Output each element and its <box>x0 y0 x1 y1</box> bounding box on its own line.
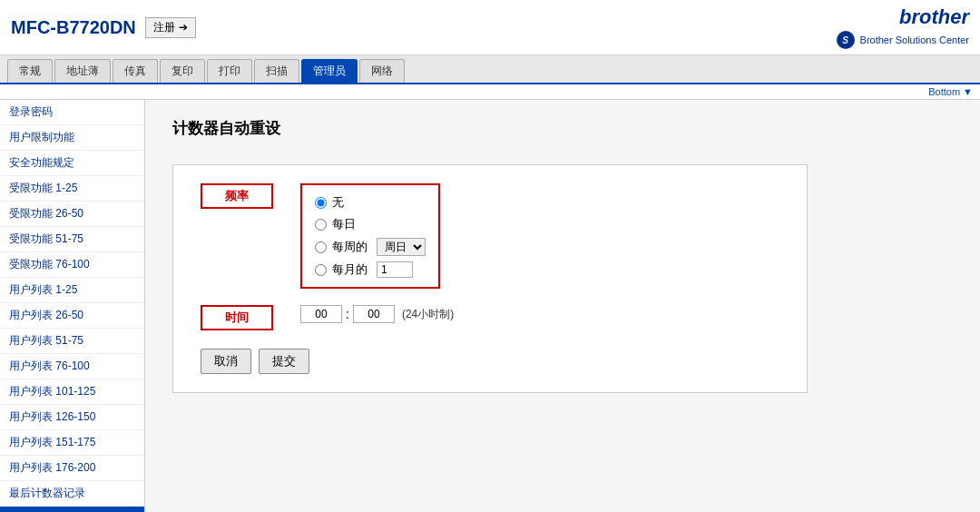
sidebar-item-user-list-126-150[interactable]: 用户列表 126-150 <box>0 405 144 430</box>
button-row: 取消 提交 <box>201 349 779 374</box>
sidebar-item-restrict-51-75[interactable]: 受限功能 51-75 <box>0 227 144 252</box>
solutions-icon: S <box>837 31 855 49</box>
sidebar: 登录密码 用户限制功能 安全功能规定 受限功能 1-25 受限功能 26-50 … <box>0 100 145 512</box>
label-weekly: 每周的 <box>332 239 368 255</box>
brother-logo: brother <box>899 5 969 29</box>
sidebar-item-user-list-176-200[interactable]: 用户列表 176-200 <box>0 456 144 481</box>
sidebar-item-user-list-51-75[interactable]: 用户列表 51-75 <box>0 329 144 354</box>
sidebar-item-user-list-76-100[interactable]: 用户列表 76-100 <box>0 354 144 379</box>
option-monthly: 每月的 <box>315 261 426 278</box>
monthly-day-input[interactable] <box>377 261 413 278</box>
label-none: 无 <box>332 194 344 211</box>
header-left: MFC-B7720DN 注册 ➔ <box>11 17 196 38</box>
sidebar-item-last-counter[interactable]: 最后计数器记录 <box>0 481 144 507</box>
form-section: 频率 无 每日 每周的 <box>172 164 808 393</box>
sidebar-item-login-password[interactable]: 登录密码 <box>0 100 144 125</box>
radio-none[interactable] <box>315 197 327 209</box>
header-right: brother S Brother Solutions Center <box>837 5 969 49</box>
label-daily: 每日 <box>332 216 356 232</box>
sidebar-item-user-list-101-125[interactable]: 用户列表 101-125 <box>0 379 144 405</box>
tab-admin[interactable]: 管理员 <box>301 59 358 83</box>
sidebar-item-restrict-76-100[interactable]: 受限功能 76-100 <box>0 252 144 278</box>
login-button[interactable]: 注册 ➔ <box>145 17 196 38</box>
sidebar-item-user-list-151-175[interactable]: 用户列表 151-175 <box>0 430 144 456</box>
option-weekly: 每周的 周日 周一 周二 周三 周四 周五 周六 <box>315 238 426 256</box>
login-arrow-icon: ➔ <box>179 21 188 34</box>
time-label: 时间 <box>201 305 273 330</box>
frequency-options: 无 每日 每周的 周日 周一 周二 <box>300 183 440 289</box>
frequency-label: 频率 <box>201 183 273 209</box>
time-minute-input[interactable] <box>353 305 395 323</box>
sidebar-item-user-list-26-50[interactable]: 用户列表 26-50 <box>0 303 144 329</box>
time-colon: : <box>346 307 349 321</box>
submit-button[interactable]: 提交 <box>259 349 309 374</box>
option-none: 无 <box>315 194 426 211</box>
tab-address[interactable]: 地址薄 <box>54 59 111 83</box>
content-area: 计数器自动重设 频率 无 每日 <box>145 100 980 512</box>
tab-general[interactable]: 常规 <box>7 59 53 83</box>
sidebar-item-security[interactable]: 安全功能规定 <box>0 151 144 176</box>
time-controls: : (24小时制) <box>300 305 454 323</box>
header: MFC-B7720DN 注册 ➔ brother S Brother Solut… <box>0 0 980 55</box>
tab-scan[interactable]: 扫描 <box>254 59 299 83</box>
tab-network[interactable]: 网络 <box>359 59 405 83</box>
weekly-day-select[interactable]: 周日 周一 周二 周三 周四 周五 周六 <box>377 238 426 256</box>
sidebar-item-restrict-26-50[interactable]: 受限功能 26-50 <box>0 202 144 227</box>
label-monthly: 每月的 <box>332 261 368 278</box>
sidebar-item-user-list-1-25[interactable]: 用户列表 1-25 <box>0 278 144 303</box>
nav-tabs: 常规 地址薄 传真 复印 打印 扫描 管理员 网络 <box>0 55 980 84</box>
model-name: MFC-B7720DN <box>11 17 136 38</box>
radio-daily[interactable] <box>315 219 327 231</box>
time-note: (24小时制) <box>402 307 454 322</box>
bottom-bar[interactable]: Bottom ▼ <box>0 84 980 100</box>
radio-weekly[interactable] <box>315 241 327 253</box>
cancel-button[interactable]: 取消 <box>201 349 251 374</box>
frequency-controls: 无 每日 每周的 周日 周一 周二 <box>315 194 426 278</box>
sidebar-item-counter-reset[interactable]: 计数器自动重设 <box>0 507 144 512</box>
frequency-row: 频率 无 每日 每周的 <box>201 183 779 289</box>
solutions-center: S Brother Solutions Center <box>837 31 969 49</box>
page-title: 计数器自动重设 <box>172 118 953 146</box>
option-daily: 每日 <box>315 216 426 232</box>
tab-copy[interactable]: 复印 <box>160 59 205 83</box>
time-row: 时间 : (24小时制) <box>201 305 779 330</box>
main-layout: 登录密码 用户限制功能 安全功能规定 受限功能 1-25 受限功能 26-50 … <box>0 100 980 512</box>
time-hour-input[interactable] <box>300 305 342 323</box>
tab-print[interactable]: 打印 <box>207 59 252 83</box>
tab-fax[interactable]: 传真 <box>113 59 158 83</box>
sidebar-item-user-restrict[interactable]: 用户限制功能 <box>0 125 144 151</box>
sidebar-item-restrict-1-25[interactable]: 受限功能 1-25 <box>0 176 144 202</box>
radio-monthly[interactable] <box>315 264 327 276</box>
